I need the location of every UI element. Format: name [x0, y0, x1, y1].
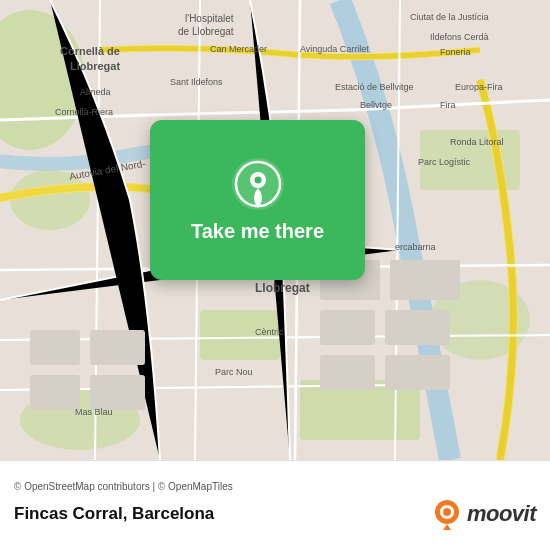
svg-text:l'Hospitalet: l'Hospitalet [185, 13, 234, 24]
map-container[interactable]: Cornellà de Llobregat l'Hospitalet de Ll… [0, 0, 550, 460]
location-name: Fincas Corral, Barcelona [14, 504, 214, 524]
svg-text:Cèntric: Cèntric [255, 327, 284, 337]
moovit-logo: moovit [431, 498, 536, 530]
svg-point-59 [443, 508, 451, 516]
svg-rect-23 [385, 355, 450, 390]
svg-text:Sant Ildefons: Sant Ildefons [170, 77, 223, 87]
moovit-pin-icon [431, 498, 463, 530]
svg-text:Mas Blau: Mas Blau [75, 407, 113, 417]
svg-text:Llobregat: Llobregat [70, 60, 120, 72]
svg-text:Ildefons Cerdà: Ildefons Cerdà [430, 32, 489, 42]
moovit-label: moovit [467, 501, 536, 527]
svg-text:Cornellà-Riera: Cornellà-Riera [55, 107, 113, 117]
bottom-bar: © OpenStreetMap contributors | © OpenMap… [0, 460, 550, 550]
svg-text:de Llobregat: de Llobregat [178, 26, 234, 37]
svg-text:Ciutat de la Justícia: Ciutat de la Justícia [410, 12, 489, 22]
svg-rect-25 [90, 330, 145, 365]
svg-text:Europa-Fira: Europa-Fira [455, 82, 503, 92]
svg-text:Llobregat: Llobregat [255, 281, 310, 295]
svg-text:Almeda: Almeda [80, 87, 111, 97]
svg-rect-20 [320, 310, 375, 345]
svg-point-56 [254, 176, 261, 183]
location-pin-icon [232, 158, 284, 210]
svg-text:Bellvtge: Bellvtge [360, 100, 392, 110]
svg-text:Estació de Bellvitge: Estació de Bellvitge [335, 82, 414, 92]
svg-rect-26 [30, 375, 80, 410]
take-me-there-card[interactable]: Take me there [150, 120, 365, 280]
svg-rect-22 [320, 355, 375, 390]
take-me-there-button[interactable]: Take me there [191, 220, 324, 243]
svg-text:ercabarna: ercabarna [395, 242, 436, 252]
map-attribution: © OpenStreetMap contributors | © OpenMap… [14, 481, 536, 492]
svg-text:Can Mercader: Can Mercader [210, 44, 267, 54]
svg-text:Foneria: Foneria [440, 47, 471, 57]
svg-text:Fira: Fira [440, 100, 456, 110]
svg-text:Cornellà de: Cornellà de [60, 45, 120, 57]
svg-rect-21 [385, 310, 450, 345]
svg-rect-27 [90, 375, 145, 410]
svg-text:Ronda Litoral: Ronda Litoral [450, 137, 504, 147]
svg-rect-24 [30, 330, 80, 365]
svg-text:Parc Nou: Parc Nou [215, 367, 253, 377]
location-row: Fincas Corral, Barcelona moovit [14, 498, 536, 530]
svg-rect-19 [390, 260, 460, 300]
svg-text:Parc Logístic: Parc Logístic [418, 157, 471, 167]
svg-text:Avinguda Carrilet: Avinguda Carrilet [300, 44, 369, 54]
